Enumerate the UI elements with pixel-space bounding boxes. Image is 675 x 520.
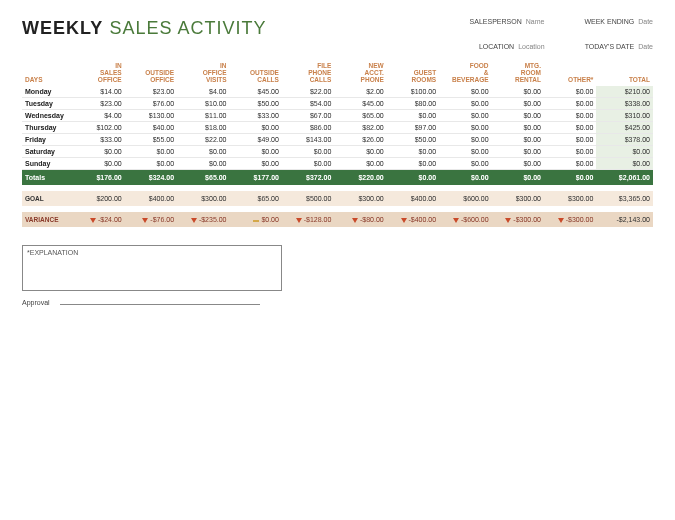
value-cell[interactable]: $0.00 bbox=[334, 146, 386, 158]
value-cell[interactable]: $0.00 bbox=[492, 110, 544, 122]
goal-cell[interactable]: $500.00 bbox=[282, 191, 334, 206]
goal-cell[interactable]: $600.00 bbox=[439, 191, 491, 206]
value-cell[interactable]: $18.00 bbox=[177, 122, 229, 134]
goal-cell[interactable]: $200.00 bbox=[72, 191, 124, 206]
value-cell[interactable]: $0.00 bbox=[177, 158, 229, 170]
value-cell[interactable]: $0.00 bbox=[282, 146, 334, 158]
goal-cell[interactable]: $400.00 bbox=[125, 191, 177, 206]
value-cell[interactable]: $26.00 bbox=[334, 134, 386, 146]
value-cell[interactable]: $4.00 bbox=[72, 110, 124, 122]
value-cell[interactable]: $80.00 bbox=[387, 98, 439, 110]
value-cell[interactable]: $49.00 bbox=[230, 134, 282, 146]
down-arrow-icon bbox=[505, 218, 511, 223]
value-cell[interactable]: $50.00 bbox=[387, 134, 439, 146]
value-cell[interactable]: $0.00 bbox=[439, 146, 491, 158]
value-cell[interactable]: $40.00 bbox=[125, 122, 177, 134]
down-arrow-icon bbox=[352, 218, 358, 223]
down-arrow-icon bbox=[90, 218, 96, 223]
value-cell[interactable]: $100.00 bbox=[387, 86, 439, 98]
value-cell[interactable]: $0.00 bbox=[387, 158, 439, 170]
value-cell[interactable]: $0.00 bbox=[230, 122, 282, 134]
value-cell[interactable]: $0.00 bbox=[72, 146, 124, 158]
value-cell[interactable]: $0.00 bbox=[282, 158, 334, 170]
goal-cell[interactable]: $300.00 bbox=[492, 191, 544, 206]
value-cell[interactable]: $310.00 bbox=[596, 110, 653, 122]
value-cell[interactable]: $0.00 bbox=[125, 146, 177, 158]
value-cell[interactable]: $0.00 bbox=[334, 158, 386, 170]
value-cell[interactable]: $0.00 bbox=[230, 146, 282, 158]
value-cell[interactable]: $22.00 bbox=[177, 134, 229, 146]
value-cell[interactable]: $0.00 bbox=[439, 86, 491, 98]
value-cell[interactable]: $4.00 bbox=[177, 86, 229, 98]
value-cell[interactable]: $11.00 bbox=[177, 110, 229, 122]
value-cell[interactable]: $0.00 bbox=[439, 98, 491, 110]
meta-location-value[interactable]: Location bbox=[518, 43, 544, 50]
value-cell[interactable]: $0.00 bbox=[230, 158, 282, 170]
value-cell[interactable]: $54.00 bbox=[282, 98, 334, 110]
value-cell[interactable]: $82.00 bbox=[334, 122, 386, 134]
value-cell[interactable]: $45.00 bbox=[334, 98, 386, 110]
value-cell[interactable]: $67.00 bbox=[282, 110, 334, 122]
value-cell[interactable]: $0.00 bbox=[596, 158, 653, 170]
value-cell[interactable]: $0.00 bbox=[177, 146, 229, 158]
value-cell[interactable]: $45.00 bbox=[230, 86, 282, 98]
value-cell[interactable]: $0.00 bbox=[439, 122, 491, 134]
value-cell[interactable]: $22.00 bbox=[282, 86, 334, 98]
value-cell[interactable]: $2.00 bbox=[334, 86, 386, 98]
column-header: FOOD&BEVERAGE bbox=[439, 60, 491, 86]
value-cell[interactable]: $0.00 bbox=[544, 86, 596, 98]
value-cell[interactable]: $0.00 bbox=[492, 122, 544, 134]
value-cell[interactable]: $378.00 bbox=[596, 134, 653, 146]
table-row: Friday$33.00$55.00$22.00$49.00$143.00$26… bbox=[22, 134, 653, 146]
value-cell[interactable]: $50.00 bbox=[230, 98, 282, 110]
value-cell[interactable]: $76.00 bbox=[125, 98, 177, 110]
value-cell[interactable]: $0.00 bbox=[544, 146, 596, 158]
value-cell[interactable]: $130.00 bbox=[125, 110, 177, 122]
value-cell[interactable]: $86.00 bbox=[282, 122, 334, 134]
value-cell[interactable]: $102.00 bbox=[72, 122, 124, 134]
value-cell[interactable]: $23.00 bbox=[125, 86, 177, 98]
value-cell[interactable]: $65.00 bbox=[334, 110, 386, 122]
value-cell[interactable]: $0.00 bbox=[387, 146, 439, 158]
value-cell[interactable]: $0.00 bbox=[387, 110, 439, 122]
goal-cell[interactable]: $65.00 bbox=[230, 191, 282, 206]
value-cell[interactable]: $33.00 bbox=[72, 134, 124, 146]
meta-todaysdate-value[interactable]: Date bbox=[638, 43, 653, 50]
approval-signature-line[interactable] bbox=[60, 304, 260, 305]
value-cell[interactable]: $55.00 bbox=[125, 134, 177, 146]
value-cell[interactable]: $0.00 bbox=[125, 158, 177, 170]
value-cell[interactable]: $0.00 bbox=[439, 110, 491, 122]
explanation-box[interactable]: *EXPLANATION bbox=[22, 245, 282, 291]
meta-salesperson-value[interactable]: Name bbox=[526, 18, 545, 25]
value-cell[interactable]: $0.00 bbox=[492, 134, 544, 146]
value-cell[interactable]: $210.00 bbox=[596, 86, 653, 98]
value-cell[interactable]: $23.00 bbox=[72, 98, 124, 110]
value-cell[interactable]: $0.00 bbox=[544, 98, 596, 110]
value-cell[interactable]: $0.00 bbox=[544, 158, 596, 170]
value-cell[interactable]: $0.00 bbox=[439, 134, 491, 146]
value-cell[interactable]: $0.00 bbox=[544, 122, 596, 134]
goal-cell[interactable]: $300.00 bbox=[544, 191, 596, 206]
value-cell[interactable]: $0.00 bbox=[439, 158, 491, 170]
value-cell[interactable]: $0.00 bbox=[544, 110, 596, 122]
value-cell[interactable]: $0.00 bbox=[492, 86, 544, 98]
value-cell[interactable]: $425.00 bbox=[596, 122, 653, 134]
goal-cell[interactable]: $400.00 bbox=[387, 191, 439, 206]
value-cell[interactable]: $0.00 bbox=[492, 158, 544, 170]
goal-cell[interactable]: $3,365.00 bbox=[596, 191, 653, 206]
goal-cell[interactable]: $300.00 bbox=[177, 191, 229, 206]
goal-cell[interactable]: $300.00 bbox=[334, 191, 386, 206]
variance-cell: -$300.00 bbox=[544, 212, 596, 227]
value-cell[interactable]: $0.00 bbox=[492, 146, 544, 158]
value-cell[interactable]: $97.00 bbox=[387, 122, 439, 134]
value-cell[interactable]: $10.00 bbox=[177, 98, 229, 110]
value-cell[interactable]: $0.00 bbox=[544, 134, 596, 146]
value-cell[interactable]: $0.00 bbox=[72, 158, 124, 170]
value-cell[interactable]: $143.00 bbox=[282, 134, 334, 146]
value-cell[interactable]: $338.00 bbox=[596, 98, 653, 110]
value-cell[interactable]: $0.00 bbox=[596, 146, 653, 158]
value-cell[interactable]: $33.00 bbox=[230, 110, 282, 122]
meta-weekending-value[interactable]: Date bbox=[638, 18, 653, 25]
value-cell[interactable]: $0.00 bbox=[492, 98, 544, 110]
value-cell[interactable]: $14.00 bbox=[72, 86, 124, 98]
